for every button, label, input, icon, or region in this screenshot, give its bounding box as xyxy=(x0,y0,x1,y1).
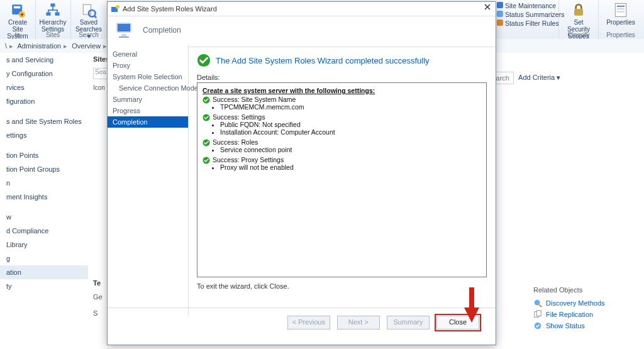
nav-item[interactable]: ettings xyxy=(0,128,88,142)
maint-icon xyxy=(497,2,503,8)
details-group-head: Success: Site System Name xyxy=(203,96,481,103)
ribbon-status-summarizers[interactable]: Status Summarizers xyxy=(497,10,564,19)
details-group: Success: SettingsPublic FQDN: Not specif… xyxy=(203,113,481,136)
lock-icon xyxy=(570,1,587,19)
ribbon-hierarchy-settings[interactable]: Hierarchy Settings xyxy=(36,0,70,33)
wizard-dialog: Add Site System Roles Wizard Completion … xyxy=(107,1,496,345)
ribbon-site-maintenance[interactable]: Site Maintenance xyxy=(497,1,564,10)
details-lead: Create a site system server with the fol… xyxy=(203,87,481,94)
nav-item[interactable]: n xyxy=(0,176,88,190)
nav-item[interactable]: d Compliance xyxy=(0,224,88,238)
related-link-discovery[interactable]: Discovery Methods xyxy=(533,297,639,309)
ribbon-status-filter-rules[interactable]: Status Filter Rules xyxy=(497,19,564,28)
nav-item[interactable]: tion Points xyxy=(0,148,88,162)
success-check-icon xyxy=(203,157,210,164)
details-group-head: Success: Proxy Settings xyxy=(203,156,481,163)
details-group-item: Service connection point xyxy=(220,146,481,153)
globe-search-icon xyxy=(533,299,542,307)
svg-rect-11 xyxy=(617,8,625,9)
filter-icon xyxy=(497,19,503,26)
nav-item[interactable]: s and Site System Roles xyxy=(0,114,88,128)
details-group: Success: Proxy SettingsProxy will not be… xyxy=(203,156,481,171)
ribbon-group-caption: Sites xyxy=(35,31,70,38)
nav-item[interactable]: Library xyxy=(0,238,88,252)
file-replication-icon xyxy=(533,310,542,319)
dialog-step-title: Completion xyxy=(143,26,181,35)
wizard-content: The Add Site System Roles Wizard complet… xyxy=(188,45,496,316)
wizard-step: Completion xyxy=(108,116,188,128)
success-check-icon xyxy=(203,96,210,104)
details-group-item: Proxy will not be enabled xyxy=(220,163,481,171)
details-group-item: TPCMMEMCM.memcm.com xyxy=(220,103,481,111)
dialog-close-button[interactable] xyxy=(482,3,493,13)
svg-rect-5 xyxy=(55,13,59,16)
dialog-header: Completion xyxy=(108,16,496,47)
svg-rect-1 xyxy=(14,6,21,9)
details-sub2: S xyxy=(93,309,97,317)
wizard-step[interactable]: Proxy xyxy=(108,60,188,71)
nav-item[interactable]: tion Point Groups xyxy=(0,162,88,176)
status-icon xyxy=(533,321,542,330)
wizard-step[interactable]: Progress xyxy=(108,105,188,116)
nav-item[interactable]: s and Servicing xyxy=(0,53,88,67)
svg-rect-8 xyxy=(574,9,583,16)
saved-search-icon xyxy=(80,1,97,19)
wizard-step[interactable]: Service Connection Mode xyxy=(108,82,188,94)
details-box[interactable]: Create a site system server with the fol… xyxy=(197,82,487,277)
related-objects: Related Objects Discovery Methods File R… xyxy=(533,286,639,331)
svg-rect-15 xyxy=(536,311,541,316)
wizard-step[interactable]: System Role Selection xyxy=(108,71,188,82)
nav-item[interactable]: ty xyxy=(0,279,88,293)
ribbon-group-caption: Search xyxy=(70,31,107,38)
svg-rect-20 xyxy=(118,24,130,31)
ribbon-group-caption: Properties xyxy=(597,31,644,38)
monitor-icon xyxy=(114,19,136,42)
wizard-step[interactable]: General xyxy=(108,48,188,60)
details-group-head: Success: Settings xyxy=(203,113,481,121)
details-group: Success: Site System NameTPCMMEMCM.memcm… xyxy=(203,96,481,111)
right-pane: × 🔍 Search Add Criteria ▾ Related Object… xyxy=(531,53,644,349)
success-check-icon xyxy=(197,53,211,67)
svg-rect-22 xyxy=(119,36,129,38)
nav-item[interactable]: y Configuration xyxy=(0,67,88,80)
nav-item[interactable]: rvices xyxy=(0,80,88,94)
dialog-title: Add Site System Roles Wizard xyxy=(123,5,217,13)
summ-icon xyxy=(497,11,503,17)
svg-rect-6 xyxy=(83,4,91,14)
nav-item[interactable]: w xyxy=(0,210,88,224)
nav-item[interactable]: g xyxy=(0,252,88,265)
wizard-close-button[interactable]: Close xyxy=(436,316,479,330)
svg-point-13 xyxy=(535,300,540,306)
left-nav: s and Servicingy Configurationrvicesfigu… xyxy=(0,53,89,349)
wizard-exit-instruction: To exit the wizard, click Close. xyxy=(197,282,487,290)
hierarchy-icon xyxy=(44,1,62,19)
wizard-step[interactable]: Summary xyxy=(108,94,188,105)
ribbon-label: Hierarchy Settings xyxy=(40,19,67,33)
ribbon-label: Properties xyxy=(606,19,635,26)
properties-icon xyxy=(612,1,630,19)
server-add-icon xyxy=(9,1,26,19)
nav-item[interactable]: figuration xyxy=(0,94,88,108)
related-objects-title: Related Objects xyxy=(533,286,639,294)
details-sub: Ge xyxy=(93,293,103,301)
ribbon-properties[interactable]: Properties xyxy=(602,0,639,26)
ribbon-group-caption: Classify xyxy=(559,31,598,38)
svg-rect-21 xyxy=(121,34,126,36)
add-criteria-dropdown[interactable]: Add Criteria ▾ xyxy=(516,72,563,83)
related-link-file-replication[interactable]: File Replication xyxy=(533,309,639,320)
details-title: Te xyxy=(93,279,101,287)
wizard-icon xyxy=(110,4,120,14)
wizard-steps: GeneralProxySystem Role SelectionService… xyxy=(108,45,189,316)
ribbon-group-caption: te xyxy=(0,31,35,38)
related-link-show-status[interactable]: Show Status xyxy=(533,320,639,331)
nav-item[interactable]: ment Insights xyxy=(0,190,88,204)
svg-rect-9 xyxy=(615,4,626,17)
wizard-summary-button: Summary xyxy=(387,316,430,330)
svg-rect-12 xyxy=(617,11,625,13)
svg-rect-3 xyxy=(50,4,55,7)
dialog-titlebar: Add Site System Roles Wizard xyxy=(108,2,496,16)
nav-item[interactable]: ation xyxy=(0,265,88,279)
wizard-footer: < Previous Next > Summary Close xyxy=(108,307,496,345)
details-group-item: Public FQDN: Not specified xyxy=(220,121,481,128)
svg-point-18 xyxy=(116,5,119,9)
